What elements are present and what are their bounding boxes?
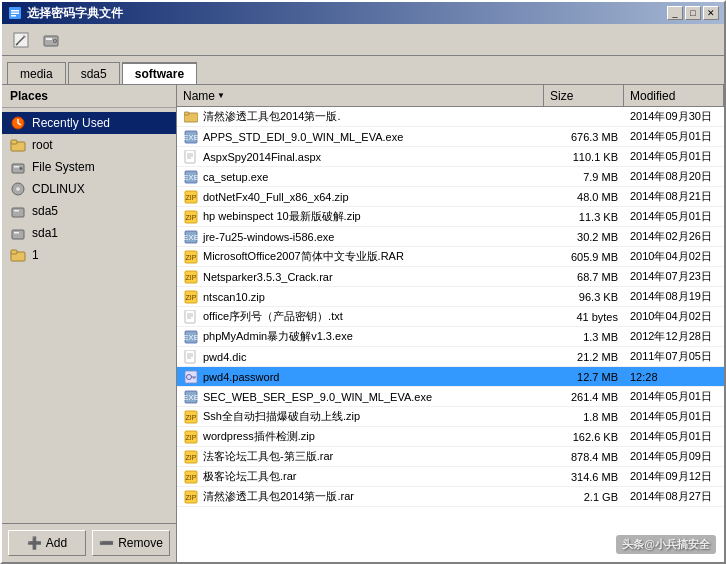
minimize-button[interactable]: _ xyxy=(667,6,683,20)
title-bar-left: 选择密码字典文件 xyxy=(7,5,123,22)
sidebar-item-cdlinux[interactable]: CDLINUX xyxy=(2,178,176,200)
file-icon: EXE xyxy=(183,389,199,405)
table-row[interactable]: EXESEC_WEB_SER_ESP_9.0_WIN_ML_EVA.exe261… xyxy=(177,387,724,407)
close-button[interactable]: ✕ xyxy=(703,6,719,20)
table-row[interactable]: ZIPSsh全自动扫描爆破自动上线.zip1.8 MB2014年05月01日 xyxy=(177,407,724,427)
sidebar: Places Recently Used xyxy=(2,85,177,562)
filesystem-icon xyxy=(10,159,26,175)
table-row[interactable]: ZIPwordpress插件检测.zip162.6 KB2014年05月01日 xyxy=(177,427,724,447)
svg-rect-23 xyxy=(12,230,24,239)
file-list[interactable]: 清然渗透工具包2014第一版.2014年09月30日EXEAPPS_STD_ED… xyxy=(177,107,724,562)
file-icon xyxy=(183,309,199,325)
file-icon: EXE xyxy=(183,129,199,145)
table-row[interactable]: office序列号（产品密钥）.txt41 bytes2010年04月02日 xyxy=(177,307,724,327)
table-row[interactable]: ZIPdotNetFx40_Full_x86_x64.zip48.0 MB201… xyxy=(177,187,724,207)
file-icon: EXE xyxy=(183,169,199,185)
sda5-label: sda5 xyxy=(32,204,58,218)
sda1-label: sda1 xyxy=(32,226,58,240)
sidebar-item-sda1[interactable]: sda1 xyxy=(2,222,176,244)
main-window: 选择密码字典文件 _ □ ✕ media xyxy=(0,0,726,564)
remove-button[interactable]: ➖ Remove xyxy=(92,530,170,556)
tab-sda5[interactable]: sda5 xyxy=(68,62,120,84)
table-row[interactable]: ZIPhp webinspect 10最新版破解.zip11.3 KB2014年… xyxy=(177,207,724,227)
table-row[interactable]: ZIPMicrosoftOffice2007简体中文专业版.RAR605.9 M… xyxy=(177,247,724,267)
svg-text:EXE: EXE xyxy=(184,133,198,142)
svg-rect-49 xyxy=(185,310,195,323)
recently-used-icon xyxy=(10,115,26,131)
col-size-header[interactable]: Size xyxy=(544,85,624,106)
main-content: Places Recently Used xyxy=(2,84,724,562)
svg-point-20 xyxy=(17,188,19,190)
svg-rect-28 xyxy=(184,112,189,115)
svg-rect-55 xyxy=(185,350,195,363)
title-buttons: _ □ ✕ xyxy=(667,6,719,20)
sort-arrow: ▼ xyxy=(217,91,225,100)
svg-rect-22 xyxy=(14,210,19,212)
table-row[interactable]: ZIPNetsparker3.5.3_Crack.rar68.7 MB2014年… xyxy=(177,267,724,287)
add-button[interactable]: ➕ Add xyxy=(8,530,86,556)
cdlinux-icon xyxy=(10,181,26,197)
toolbar-drive-button[interactable] xyxy=(37,28,65,52)
svg-text:ZIP: ZIP xyxy=(186,434,197,441)
sidebar-item-filesystem[interactable]: File System xyxy=(2,156,176,178)
sidebar-item-root[interactable]: root xyxy=(2,134,176,156)
table-row[interactable]: ZIP极客论坛工具包.rar314.6 MB2014年09月12日 xyxy=(177,467,724,487)
table-row[interactable]: EXEAPPS_STD_EDI_9.0_WIN_ML_EVA.exe676.3 … xyxy=(177,127,724,147)
file-icon: ZIP xyxy=(183,409,199,425)
file-icon xyxy=(183,149,199,165)
table-row[interactable]: EXEjre-7u25-windows-i586.exe30.2 MB2014年… xyxy=(177,227,724,247)
svg-rect-14 xyxy=(11,140,17,144)
col-size-label: Size xyxy=(550,89,573,103)
file-icon: ZIP xyxy=(183,289,199,305)
svg-rect-24 xyxy=(14,232,19,234)
svg-rect-31 xyxy=(185,150,195,163)
file-panel: Name ▼ Size Modified 清然渗透工具包2014第一版.2014… xyxy=(177,85,724,562)
svg-rect-9 xyxy=(46,38,52,40)
svg-rect-2 xyxy=(11,13,19,15)
svg-text:EXE: EXE xyxy=(184,173,198,182)
svg-text:ZIP: ZIP xyxy=(186,414,197,421)
sidebar-item-sda5[interactable]: sda5 xyxy=(2,200,176,222)
table-row[interactable]: EXEphpMyAdmin暴力破解v1.3.exe1.3 MB2012年12月2… xyxy=(177,327,724,347)
svg-text:ZIP: ZIP xyxy=(186,474,197,481)
svg-rect-1 xyxy=(11,10,19,12)
svg-text:ZIP: ZIP xyxy=(186,454,197,461)
cdlinux-label: CDLINUX xyxy=(32,182,85,196)
col-modified-header[interactable]: Modified xyxy=(624,85,724,106)
sidebar-item-1[interactable]: 1 xyxy=(2,244,176,266)
file-icon: ZIP xyxy=(183,489,199,505)
svg-text:EXE: EXE xyxy=(184,393,198,402)
svg-text:ZIP: ZIP xyxy=(186,494,197,501)
table-row[interactable]: 清然渗透工具包2014第一版.2014年09月30日 xyxy=(177,107,724,127)
tab-software[interactable]: software xyxy=(122,62,197,84)
filesystem-label: File System xyxy=(32,160,95,174)
sidebar-header: Places xyxy=(2,85,176,108)
file-icon: ZIP xyxy=(183,269,199,285)
table-row[interactable]: ZIP清然渗透工具包2014第一版.rar2.1 GB2014年08月27日 xyxy=(177,487,724,507)
toolbar-pencil-button[interactable] xyxy=(7,28,35,52)
sidebar-item-recently-used[interactable]: Recently Used xyxy=(2,112,176,134)
table-row[interactable]: pwd4.password12.7 MB12:28 xyxy=(177,367,724,387)
file-icon: ZIP xyxy=(183,429,199,445)
maximize-button[interactable]: □ xyxy=(685,6,701,20)
svg-text:ZIP: ZIP xyxy=(186,294,197,301)
table-row[interactable]: AspxSpy2014Final.aspx110.1 KB2014年05月01日 xyxy=(177,147,724,167)
svg-text:ZIP: ZIP xyxy=(186,254,197,261)
col-name-header[interactable]: Name ▼ xyxy=(177,85,544,106)
file-icon: EXE xyxy=(183,329,199,345)
tab-media[interactable]: media xyxy=(7,62,66,84)
file-icon: EXE xyxy=(183,229,199,245)
col-modified-label: Modified xyxy=(630,89,675,103)
sidebar-bottom: ➕ Add ➖ Remove xyxy=(2,523,176,562)
table-row[interactable]: EXEca_setup.exe7.9 MB2014年08月20日 xyxy=(177,167,724,187)
file-icon: ZIP xyxy=(183,249,199,265)
sda1-icon xyxy=(10,225,26,241)
file-icon: ZIP xyxy=(183,209,199,225)
svg-rect-3 xyxy=(11,15,16,17)
root-icon xyxy=(10,137,26,153)
table-row[interactable]: ZIPntscan10.zip96.3 KB2014年08月19日 xyxy=(177,287,724,307)
table-row[interactable]: ZIP法客论坛工具包-第三版.rar878.4 MB2014年05月09日 xyxy=(177,447,724,467)
add-label: Add xyxy=(46,536,67,550)
window-title: 选择密码字典文件 xyxy=(27,5,123,22)
table-row[interactable]: pwd4.dic21.2 MB2011年07月05日 xyxy=(177,347,724,367)
